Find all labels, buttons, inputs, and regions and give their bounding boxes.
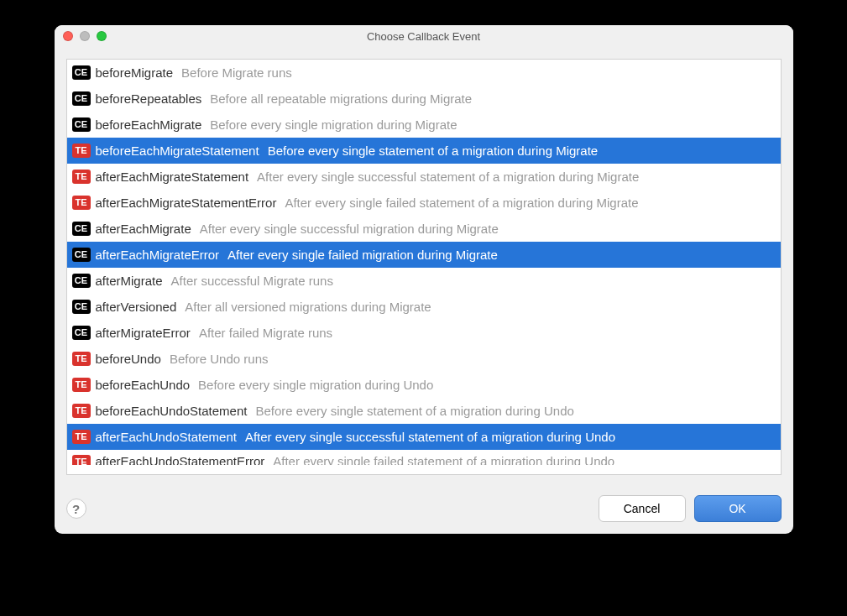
te-badge-icon: TE (72, 455, 91, 465)
callback-description: Before Migrate runs (181, 64, 292, 81)
list-item[interactable]: CEafterVersionedAfter all versioned migr… (67, 294, 781, 320)
ce-badge-icon: CE (72, 117, 91, 132)
callback-description: Before every single statement of a migra… (268, 142, 599, 159)
help-button[interactable]: ? (66, 499, 86, 519)
ce-badge-icon: CE (72, 274, 91, 288)
cancel-button[interactable]: Cancel (599, 495, 686, 522)
content: CEbeforeMigrateBefore Migrate runsCEbefo… (55, 47, 793, 487)
callback-description: After every single failed statement of a… (273, 452, 614, 465)
callback-name: afterEachMigrate (96, 220, 191, 238)
list-item[interactable]: CEbeforeEachMigrateBefore every single m… (67, 112, 781, 138)
ce-badge-icon: CE (72, 326, 91, 340)
list-item[interactable]: CEafterMigrateErrorAfter failed Migrate … (67, 320, 781, 346)
window: Choose Callback Event CEbeforeMigrateBef… (55, 25, 793, 534)
callback-list[interactable]: CEbeforeMigrateBefore Migrate runsCEbefo… (66, 59, 782, 475)
footer: ? Cancel OK (55, 487, 793, 534)
list-item[interactable]: CEbeforeRepeatablesBefore all repeatable… (67, 86, 781, 112)
callback-name: afterVersioned (96, 298, 177, 316)
ce-badge-icon: CE (72, 248, 91, 262)
callback-description: After failed Migrate runs (199, 324, 332, 342)
callback-description: Before every single statement of a migra… (255, 402, 573, 420)
callback-name: beforeEachMigrate (96, 116, 202, 133)
te-badge-icon: TE (72, 430, 91, 444)
callback-description: Before every single migration during Mig… (210, 116, 457, 133)
callback-description: After every single successful statement … (245, 428, 615, 446)
list-item[interactable]: CEafterEachMigrateAfter every single suc… (67, 216, 781, 242)
list-item[interactable]: CEafterEachMigrateErrorAfter every singl… (67, 242, 781, 268)
titlebar: Choose Callback Event (55, 25, 793, 47)
list-item[interactable]: TEafterEachMigrateStatementErrorAfter ev… (67, 190, 781, 216)
callback-name: afterEachMigrateStatementError (96, 194, 277, 211)
callback-name: beforeEachUndo (96, 376, 191, 394)
callback-name: afterEachMigrateError (96, 246, 220, 264)
callback-description: After every single successful statement … (257, 168, 639, 185)
list-item[interactable]: CEafterMigrateAfter successful Migrate r… (67, 268, 781, 294)
list-item[interactable]: TEbeforeUndoBefore Undo runs (67, 346, 781, 372)
callback-name: beforeEachMigrateStatement (96, 142, 259, 159)
callback-description: Before every single migration during Und… (198, 376, 433, 394)
callback-description: After all versioned migrations during Mi… (185, 298, 431, 316)
list-item[interactable]: TEafterEachUndoStatementErrorAfter every… (67, 450, 781, 465)
window-title: Choose Callback Event (55, 30, 793, 43)
list-item[interactable]: TEafterEachUndoStatementAfter every sing… (67, 424, 781, 450)
te-badge-icon: TE (72, 378, 91, 392)
list-item[interactable]: TEbeforeEachUndoStatementBefore every si… (67, 398, 781, 424)
ce-badge-icon: CE (72, 91, 91, 106)
te-badge-icon: TE (72, 144, 91, 158)
te-badge-icon: TE (72, 352, 91, 366)
callback-name: beforeMigrate (96, 64, 174, 81)
list-item[interactable]: TEbeforeEachMigrateStatementBefore every… (67, 138, 781, 164)
callback-name: beforeEachUndoStatement (96, 402, 248, 420)
callback-name: afterMigrate (96, 272, 163, 290)
ce-badge-icon: CE (72, 300, 91, 314)
callback-name: beforeRepeatables (96, 90, 202, 107)
callback-description: Before all repeatable migrations during … (210, 90, 472, 107)
list-item[interactable]: TEafterEachMigrateStatementAfter every s… (67, 164, 781, 190)
te-badge-icon: TE (72, 196, 91, 210)
callback-name: afterEachMigrateStatement (96, 168, 249, 185)
callback-description: Before Undo runs (170, 350, 269, 368)
te-badge-icon: TE (72, 404, 91, 418)
callback-name: beforeUndo (96, 350, 161, 368)
callback-description: After every single successful migration … (200, 220, 499, 238)
list-item[interactable]: TEbeforeEachUndoBefore every single migr… (67, 372, 781, 398)
te-badge-icon: TE (72, 170, 91, 184)
callback-name: afterEachUndoStatementError (96, 452, 265, 465)
ce-badge-icon: CE (72, 222, 91, 236)
list-item[interactable]: CEbeforeMigrateBefore Migrate runs (67, 60, 781, 86)
callback-description: After every single failed migration duri… (227, 246, 498, 264)
ce-badge-icon: CE (72, 65, 91, 80)
callback-name: afterEachUndoStatement (96, 428, 237, 446)
callback-description: After every single failed statement of a… (285, 194, 638, 211)
callback-description: After successful Migrate runs (171, 272, 333, 290)
ok-button[interactable]: OK (694, 495, 782, 522)
callback-name: afterMigrateError (96, 324, 191, 342)
